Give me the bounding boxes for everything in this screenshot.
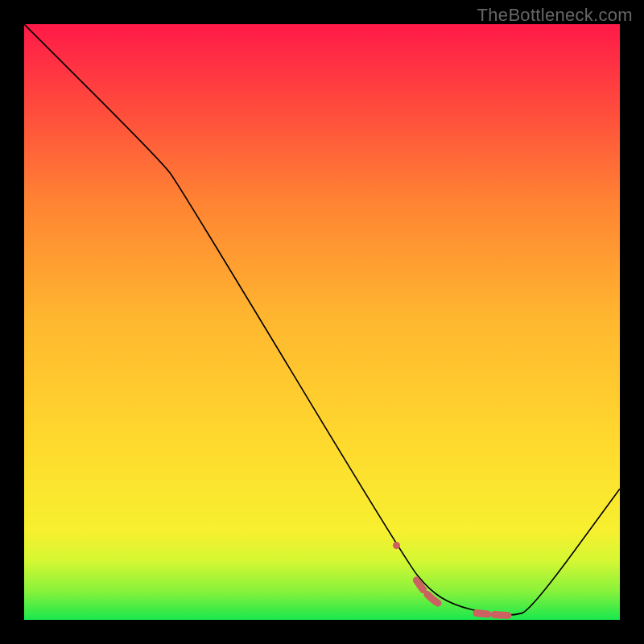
watermark-text: TheBottleneck.com [477, 5, 633, 26]
chart-stage: TheBottleneck.com [0, 0, 644, 644]
bottleneck-chart [24, 24, 620, 620]
